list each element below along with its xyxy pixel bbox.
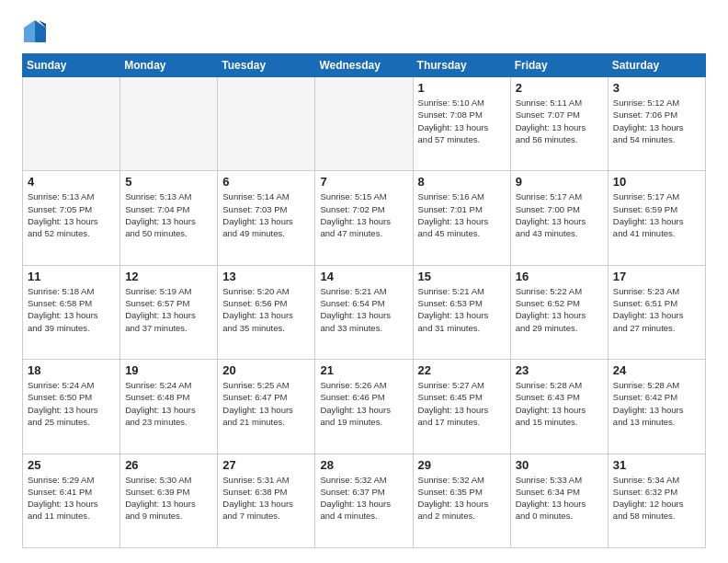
day-number: 8 <box>418 175 506 189</box>
day-info: Sunrise: 5:33 AMSunset: 6:34 PMDaylight:… <box>516 474 603 523</box>
day-info: Sunrise: 5:29 AMSunset: 6:41 PMDaylight:… <box>28 474 115 523</box>
day-number: 19 <box>125 363 212 377</box>
day-number: 21 <box>320 363 407 377</box>
calendar-cell: 21Sunrise: 5:26 AMSunset: 6:46 PMDayligh… <box>315 360 413 454</box>
day-number: 30 <box>516 458 603 472</box>
day-info: Sunrise: 5:12 AMSunset: 7:06 PMDaylight:… <box>613 97 700 145</box>
weekday-header: Monday <box>120 54 218 77</box>
day-number: 16 <box>516 270 603 283</box>
day-info: Sunrise: 5:31 AMSunset: 6:38 PMDaylight:… <box>222 474 310 523</box>
calendar-cell: 31Sunrise: 5:34 AMSunset: 6:32 PMDayligh… <box>608 454 705 547</box>
day-info: Sunrise: 5:16 AMSunset: 7:01 PMDaylight:… <box>418 190 506 239</box>
day-info: Sunrise: 5:22 AMSunset: 6:52 PMDaylight:… <box>516 285 603 334</box>
day-info: Sunrise: 5:23 AMSunset: 6:51 PMDaylight:… <box>613 285 700 334</box>
day-number: 9 <box>516 175 603 189</box>
weekday-header: Sunday <box>23 54 120 77</box>
svg-marker-1 <box>24 20 35 42</box>
calendar-cell: 17Sunrise: 5:23 AMSunset: 6:51 PMDayligh… <box>608 265 705 359</box>
calendar-cell: 9Sunrise: 5:17 AMSunset: 7:00 PMDaylight… <box>510 171 608 265</box>
calendar-cell: 20Sunrise: 5:25 AMSunset: 6:47 PMDayligh… <box>218 360 315 454</box>
calendar-week-row: 4Sunrise: 5:13 AMSunset: 7:05 PMDaylight… <box>23 171 706 265</box>
calendar-cell: 15Sunrise: 5:21 AMSunset: 6:53 PMDayligh… <box>413 265 510 359</box>
calendar-cell <box>23 77 120 171</box>
calendar-cell: 5Sunrise: 5:13 AMSunset: 7:04 PMDaylight… <box>120 171 218 265</box>
calendar-cell: 12Sunrise: 5:19 AMSunset: 6:57 PMDayligh… <box>120 265 218 359</box>
calendar-cell: 29Sunrise: 5:32 AMSunset: 6:35 PMDayligh… <box>413 454 510 547</box>
day-info: Sunrise: 5:30 AMSunset: 6:39 PMDaylight:… <box>125 474 212 523</box>
weekday-header: Wednesday <box>315 54 413 77</box>
calendar-cell: 16Sunrise: 5:22 AMSunset: 6:52 PMDayligh… <box>510 265 608 359</box>
day-info: Sunrise: 5:32 AMSunset: 6:37 PMDaylight:… <box>320 474 407 523</box>
day-info: Sunrise: 5:13 AMSunset: 7:05 PMDaylight:… <box>28 190 115 239</box>
day-info: Sunrise: 5:24 AMSunset: 6:48 PMDaylight:… <box>125 379 212 428</box>
day-number: 29 <box>418 458 506 472</box>
calendar-cell: 3Sunrise: 5:12 AMSunset: 7:06 PMDaylight… <box>608 77 705 171</box>
calendar-cell: 11Sunrise: 5:18 AMSunset: 6:58 PMDayligh… <box>23 265 120 359</box>
day-info: Sunrise: 5:25 AMSunset: 6:47 PMDaylight:… <box>222 379 310 428</box>
logo <box>22 18 51 44</box>
day-number: 14 <box>320 270 407 283</box>
calendar-cell: 14Sunrise: 5:21 AMSunset: 6:54 PMDayligh… <box>315 265 413 359</box>
calendar-cell: 26Sunrise: 5:30 AMSunset: 6:39 PMDayligh… <box>120 454 218 547</box>
day-number: 2 <box>516 81 603 95</box>
day-info: Sunrise: 5:10 AMSunset: 7:08 PMDaylight:… <box>418 97 506 145</box>
day-number: 5 <box>125 175 212 189</box>
day-number: 17 <box>613 270 700 283</box>
calendar-table: SundayMondayTuesdayWednesdayThursdayFrid… <box>22 53 706 548</box>
day-number: 31 <box>613 458 700 472</box>
calendar-cell: 27Sunrise: 5:31 AMSunset: 6:38 PMDayligh… <box>218 454 315 547</box>
calendar-cell: 13Sunrise: 5:20 AMSunset: 6:56 PMDayligh… <box>218 265 315 359</box>
calendar-cell: 8Sunrise: 5:16 AMSunset: 7:01 PMDaylight… <box>413 171 510 265</box>
day-number: 6 <box>222 175 310 189</box>
day-info: Sunrise: 5:11 AMSunset: 7:07 PMDaylight:… <box>516 97 603 145</box>
calendar-week-row: 11Sunrise: 5:18 AMSunset: 6:58 PMDayligh… <box>23 265 706 359</box>
day-info: Sunrise: 5:18 AMSunset: 6:58 PMDaylight:… <box>28 285 115 334</box>
day-number: 25 <box>28 458 115 472</box>
day-number: 11 <box>28 270 115 283</box>
day-info: Sunrise: 5:14 AMSunset: 7:03 PMDaylight:… <box>222 190 310 239</box>
calendar-cell: 30Sunrise: 5:33 AMSunset: 6:34 PMDayligh… <box>510 454 608 547</box>
weekday-header: Friday <box>510 54 608 77</box>
day-number: 22 <box>418 363 506 377</box>
calendar-week-row: 25Sunrise: 5:29 AMSunset: 6:41 PMDayligh… <box>23 454 706 547</box>
day-info: Sunrise: 5:28 AMSunset: 6:43 PMDaylight:… <box>516 379 603 428</box>
day-info: Sunrise: 5:28 AMSunset: 6:42 PMDaylight:… <box>613 379 700 428</box>
calendar-cell: 6Sunrise: 5:14 AMSunset: 7:03 PMDaylight… <box>218 171 315 265</box>
day-number: 23 <box>516 363 603 377</box>
day-number: 28 <box>320 458 407 472</box>
calendar-cell: 2Sunrise: 5:11 AMSunset: 7:07 PMDaylight… <box>510 77 608 171</box>
calendar-cell: 1Sunrise: 5:10 AMSunset: 7:08 PMDaylight… <box>413 77 510 171</box>
day-number: 3 <box>613 81 700 95</box>
day-info: Sunrise: 5:24 AMSunset: 6:50 PMDaylight:… <box>28 379 115 428</box>
calendar-cell: 4Sunrise: 5:13 AMSunset: 7:05 PMDaylight… <box>23 171 120 265</box>
weekday-header: Tuesday <box>218 54 315 77</box>
day-number: 27 <box>222 458 310 472</box>
day-number: 15 <box>418 270 506 283</box>
calendar-week-row: 18Sunrise: 5:24 AMSunset: 6:50 PMDayligh… <box>23 360 706 454</box>
calendar-cell: 22Sunrise: 5:27 AMSunset: 6:45 PMDayligh… <box>413 360 510 454</box>
day-number: 18 <box>28 363 115 377</box>
calendar-cell: 7Sunrise: 5:15 AMSunset: 7:02 PMDaylight… <box>315 171 413 265</box>
day-number: 1 <box>418 81 506 95</box>
day-info: Sunrise: 5:21 AMSunset: 6:54 PMDaylight:… <box>320 285 407 334</box>
day-number: 10 <box>613 175 700 189</box>
day-info: Sunrise: 5:20 AMSunset: 6:56 PMDaylight:… <box>222 285 310 334</box>
calendar-week-row: 1Sunrise: 5:10 AMSunset: 7:08 PMDaylight… <box>23 77 706 171</box>
weekday-header: Thursday <box>413 54 510 77</box>
calendar-cell <box>120 77 218 171</box>
day-info: Sunrise: 5:19 AMSunset: 6:57 PMDaylight:… <box>125 285 212 334</box>
calendar-cell: 28Sunrise: 5:32 AMSunset: 6:37 PMDayligh… <box>315 454 413 547</box>
day-info: Sunrise: 5:21 AMSunset: 6:53 PMDaylight:… <box>418 285 506 334</box>
calendar-cell: 23Sunrise: 5:28 AMSunset: 6:43 PMDayligh… <box>510 360 608 454</box>
calendar-cell: 19Sunrise: 5:24 AMSunset: 6:48 PMDayligh… <box>120 360 218 454</box>
header <box>22 18 706 44</box>
day-number: 26 <box>125 458 212 472</box>
calendar-cell: 25Sunrise: 5:29 AMSunset: 6:41 PMDayligh… <box>23 454 120 547</box>
day-info: Sunrise: 5:27 AMSunset: 6:45 PMDaylight:… <box>418 379 506 428</box>
day-number: 4 <box>28 175 115 189</box>
page: SundayMondayTuesdayWednesdayThursdayFrid… <box>0 0 728 563</box>
day-number: 20 <box>222 363 310 377</box>
logo-icon <box>22 18 48 44</box>
weekday-header: Saturday <box>608 54 705 77</box>
day-number: 7 <box>320 175 407 189</box>
